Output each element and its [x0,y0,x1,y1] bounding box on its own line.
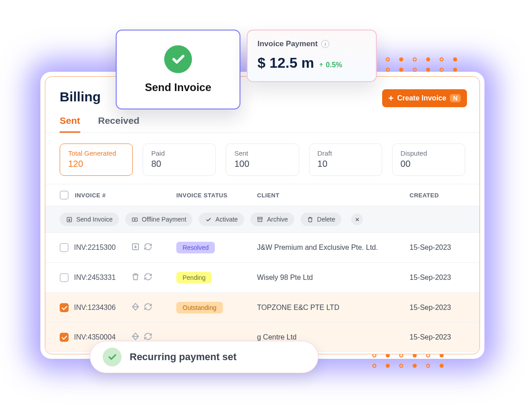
success-check-icon [103,348,122,366]
archive-icon [257,216,263,223]
stat-card-paid[interactable]: Paid80 [143,144,216,176]
decorative-dots [372,353,444,368]
stat-card-sent[interactable]: Sent100 [226,144,299,176]
action-delete[interactable]: Delete [301,213,341,226]
row-checkbox[interactable] [60,333,69,342]
decorative-dots [386,57,458,72]
svg-point-2 [134,219,135,220]
invoice-payment-kpi-card: Invoice Payment i $ 12.5 m 0.5% [247,30,377,82]
stat-label: Sent [234,149,290,157]
status-badge: Outstanding [176,302,223,314]
created-date: 15-Sep-2023 [410,304,465,312]
client-name: J&W Premium and Exclusive Pte. Ltd. [257,244,410,252]
invoice-number: INV:1234306 [74,304,126,312]
create-invoice-label: Create Invoice [397,94,446,102]
stat-card-draft[interactable]: Draft10 [309,144,382,176]
status-badge: Pending [176,272,212,283]
send-invoice-label: Send Invoice [145,81,211,94]
success-check-icon [164,45,192,73]
create-invoice-button[interactable]: + Create Invoice N [382,89,467,107]
kpi-title: Invoice Payment [257,39,318,48]
tab-received[interactable]: Received [98,111,140,133]
invoice-number: INV:2453331 [74,274,126,282]
created-date: 15-Sep-2023 [410,333,465,341]
invoice-number: INV:2215300 [74,244,126,252]
bulk-action-bar: Send Invoice Offline Payment Activate Ar… [45,206,480,233]
row-checkbox[interactable] [60,273,69,282]
select-all-checkbox[interactable] [60,191,69,200]
created-date: 15-Sep-2023 [410,274,465,282]
kpi-value: $ 12.5 m [257,55,314,71]
table-header: INVOICE # INVOICE STATUS CLIENT CREATED [45,184,480,206]
stat-card-total-generated[interactable]: Total Generated120 [60,144,133,176]
col-invoice: INVOICE # [75,192,106,199]
stat-value: 00 [401,159,457,169]
tab-sent[interactable]: Sent [60,111,80,133]
created-date: 15-Sep-2023 [410,244,465,252]
stat-label: Draft [318,149,374,157]
stat-cards: Total Generated120Paid80Sent100Draft10Di… [45,133,480,184]
stat-value: 100 [234,159,290,169]
svg-rect-1 [132,218,137,221]
stat-value: 80 [151,159,207,169]
recur-icon[interactable] [144,302,153,313]
trash-icon[interactable] [131,272,140,283]
table-row[interactable]: INV:1234306OutstandingTOPZONE E&C PTE LT… [45,293,480,323]
col-status: INVOICE STATUS [176,192,257,199]
action-send-invoice[interactable]: Send Invoice [60,213,119,226]
new-badge: N [450,94,461,102]
action-activate[interactable]: Activate [199,213,244,226]
arrow-up-icon [318,62,324,68]
kpi-delta: 0.5% [318,61,342,69]
stat-label: Total Generated [68,149,124,157]
billing-panel: Billing + Create Invoice N Sent Received… [45,76,480,354]
stat-label: Paid [151,149,207,157]
recur-icon[interactable] [144,242,153,253]
send-icon [66,216,73,223]
info-icon[interactable]: i [321,40,329,48]
col-created: CREATED [410,192,465,199]
client-name: Wisely 98 Pte Ltd [257,274,410,282]
invoice-number: INV:4350004 [74,333,126,341]
tabs: Sent Received [45,111,480,133]
client-name: TOPZONE E&C PTE LTD [257,304,410,312]
trash-icon [307,216,314,223]
action-offline-payment[interactable]: Offline Payment [125,213,192,226]
stat-value: 10 [318,159,374,169]
row-checkbox[interactable] [60,303,69,312]
wallet-icon [131,216,138,223]
action-archive[interactable]: Archive [250,213,294,226]
plus-icon: + [388,94,394,103]
table-row[interactable]: INV:2215300ResolvedJ&W Premium and Exclu… [45,233,480,263]
check-icon [205,216,212,223]
close-action-bar[interactable] [351,213,363,225]
stat-card-disputed[interactable]: Disputed00 [392,144,465,176]
table-row[interactable]: INV:2453331PendingWisely 98 Pte Ltd15-Se… [45,263,480,293]
client-name: g Centre Ltd [257,333,410,341]
col-client: CLIENT [257,192,410,199]
recur-icon[interactable] [144,272,153,283]
send-invoice-card[interactable]: Send Invoice [116,30,240,109]
stat-value: 120 [68,159,124,169]
status-badge: Resolved [176,242,215,253]
toast-recurring-payment: Recurring payment set [90,341,318,373]
row-checkbox[interactable] [60,243,69,252]
archive-in-icon[interactable] [131,242,140,253]
stat-label: Disputed [401,149,457,157]
toast-text: Recurring payment set [130,351,236,363]
close-icon [354,217,360,222]
svg-rect-3 [258,217,262,218]
diamond-icon[interactable] [131,302,140,313]
